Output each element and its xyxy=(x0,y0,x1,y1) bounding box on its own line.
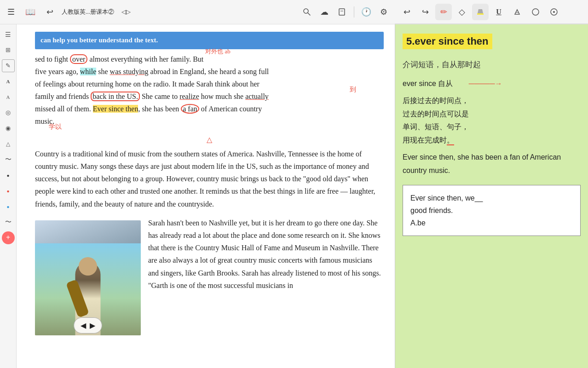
highlight-icon[interactable] xyxy=(472,4,489,20)
pen-icon[interactable]: ✏ xyxy=(435,4,452,20)
nav-prev-icon[interactable]: ◀ xyxy=(81,319,86,332)
sidebar-add-button[interactable]: + xyxy=(2,231,15,244)
note-title-container: 5.ever since then xyxy=(403,34,581,55)
svg-point-8 xyxy=(532,9,539,15)
eraser-icon[interactable]: ◇ xyxy=(454,4,470,20)
toolbar-right: ☁ 🕐 ⚙ xyxy=(197,5,391,19)
sidebar-dot-red[interactable]: ● xyxy=(2,184,15,197)
paragraph-1: sed to fight over almost everything with… xyxy=(35,53,384,128)
text-full: full xyxy=(259,68,269,75)
right-undo-icon[interactable]: ↩ xyxy=(398,4,415,20)
sidebar-wave2-icon[interactable]: 〜 xyxy=(2,216,15,229)
sidebar-triangle-icon[interactable]: △ xyxy=(2,138,15,150)
banner-text: can help you better understand the text. xyxy=(35,32,384,49)
svg-line-1 xyxy=(308,13,310,15)
expand-icon[interactable]: ◁▷ xyxy=(119,5,133,19)
nav-next-icon[interactable]: ▶ xyxy=(90,319,95,332)
circled-a-fan: a fan xyxy=(181,104,199,114)
text-she-came: She came to xyxy=(140,92,178,100)
paragraph-3-text: Sarah hasn't been to Nashville yet, but … xyxy=(148,217,384,292)
triangle-annotation: △ xyxy=(35,133,384,146)
exercise-text: Ever since then, we__ good friends. A.be xyxy=(410,192,573,230)
settings-icon[interactable]: ⚙ xyxy=(376,5,391,19)
divider xyxy=(354,6,354,17)
text-family-friends: family and friends xyxy=(35,92,91,100)
note-title: 5.ever since then xyxy=(403,34,492,49)
paragraph-2: Country is a traditional kind of music f… xyxy=(35,148,384,210)
sidebar-dot-dark[interactable]: ● xyxy=(2,169,15,182)
text-studying: she xyxy=(96,68,110,75)
right-panel: 5.ever since then 介词短语，自从那时起 ever since … xyxy=(395,24,588,368)
sidebar-text2-icon[interactable]: A xyxy=(2,91,15,104)
book-icon[interactable]: 📖 xyxy=(23,5,38,19)
handwriting-2: 到 xyxy=(350,84,356,95)
sidebar-shape-icon[interactable]: ◎ xyxy=(2,106,15,119)
right-content: 5.ever since then 介词短语，自从那时起 ever since … xyxy=(395,24,588,368)
svg-rect-4 xyxy=(477,13,484,15)
search-icon[interactable] xyxy=(300,5,314,19)
svg-marker-5 xyxy=(478,9,483,13)
arrow-annotation: ─────→ xyxy=(469,77,502,91)
sidebar-dot-blue[interactable]: ● xyxy=(2,200,15,213)
note-body: ever since 自从 ─────→ 后接过去的时间点， 过去的时间点可以是… xyxy=(403,77,581,178)
text-five: five years ago, xyxy=(35,68,80,75)
underlined-was-studying: was studying xyxy=(110,68,149,75)
sidebar-text-icon[interactable]: A xyxy=(2,75,15,88)
text-missed: missed all of them. xyxy=(35,105,91,113)
paragraph-3-container: ◀ ▶ Sarah hasn't been to Nashville yet, … xyxy=(35,217,384,339)
note-subtitle: 介词短语，自从那时起 xyxy=(403,59,581,70)
exercise-box: Ever since then, we__ good friends. A.be xyxy=(403,185,581,236)
example-text: Ever since then, she has been a fan of A… xyxy=(403,153,561,174)
note-example: Ever since then, she has been a fan of A… xyxy=(403,151,581,178)
underlined-completion: 。 xyxy=(447,136,454,145)
text-of-feelings: of feelings about returning home on the … xyxy=(35,80,259,88)
cloud-icon[interactable]: ☁ xyxy=(317,5,332,19)
sidebar-view-icon[interactable]: ◉ xyxy=(2,122,15,135)
text-how-much: how much she xyxy=(199,92,245,100)
svg-point-10 xyxy=(553,11,555,13)
exercise-option: A.be xyxy=(410,219,426,227)
underlined-actually: actually xyxy=(245,92,269,100)
undo-icon[interactable]: ↩ xyxy=(42,5,57,19)
note-chinese-explanation: 后接过去的时间点， 过去的时间点可以是 单词、短语、句子， 用现在完成时。 xyxy=(403,94,581,147)
sidebar-wave-icon[interactable]: 〜 xyxy=(2,153,15,166)
highlighted-while: while xyxy=(80,68,97,75)
right-toolbar: ↩ ↪ ✏ ◇ U xyxy=(395,0,588,24)
doc-content: can help you better understand the text.… xyxy=(35,32,384,339)
underlined-realize: realize xyxy=(179,92,199,100)
text-almost: almost everything with her family. But xyxy=(87,55,205,63)
text-sed: sed to fight xyxy=(35,55,70,63)
circled-back-in-the-us: back in the US. xyxy=(91,92,140,101)
sidebar-menu-icon[interactable]: ☰ xyxy=(2,28,15,41)
sarah-photo: ◀ ▶ xyxy=(35,220,141,335)
circled-over: over xyxy=(70,54,87,64)
note-ever-since-line: ever since 自从 ─────→ xyxy=(403,77,581,91)
ever-since-label: ever since xyxy=(403,80,436,87)
text-comma: , she has been xyxy=(138,105,181,113)
svg-marker-6 xyxy=(515,10,519,14)
highlighted-ever-since-then: Ever since then xyxy=(93,105,138,113)
handwriting-1: 对外也 ab xyxy=(205,48,231,55)
sidebar-pen-icon[interactable]: ✎ xyxy=(2,59,15,72)
menu-icon[interactable]: ☰ xyxy=(4,5,18,19)
handwriting-3: 学以 xyxy=(49,121,62,132)
text-of-american: of American country xyxy=(199,105,262,113)
main-layout: ☰ ⊞ ✎ A A ◎ ◉ △ 〜 ● ● ● 〜 + can help you… xyxy=(0,24,588,368)
doc-title: 人教版英...册课本② xyxy=(62,8,114,16)
underline-icon[interactable]: U xyxy=(490,4,507,20)
photo-nav-button[interactable]: ◀ ▶ xyxy=(74,317,102,334)
left-sidebar: ☰ ⊞ ✎ A A ◎ ◉ △ 〜 ● ● ● 〜 + xyxy=(0,24,17,368)
ever-since-chinese: 自从 xyxy=(438,80,453,87)
toolbar-left: ☰ 📖 ↩ 人教版英...册课本② ◁▷ xyxy=(4,5,197,19)
text-abroad: abroad in England, she heard a song xyxy=(149,68,259,75)
clear-format-icon[interactable] xyxy=(509,4,525,20)
sidebar-grid-icon[interactable]: ⊞ xyxy=(2,44,15,57)
history-icon[interactable]: 🕐 xyxy=(359,5,374,19)
circle-tool-icon[interactable] xyxy=(527,4,544,20)
svg-rect-2 xyxy=(339,9,345,15)
more-options-icon[interactable] xyxy=(546,4,562,20)
right-redo-icon[interactable]: ↪ xyxy=(417,4,433,20)
doc-panel[interactable]: can help you better understand the text.… xyxy=(17,24,395,368)
bookmark-icon[interactable] xyxy=(334,5,349,19)
